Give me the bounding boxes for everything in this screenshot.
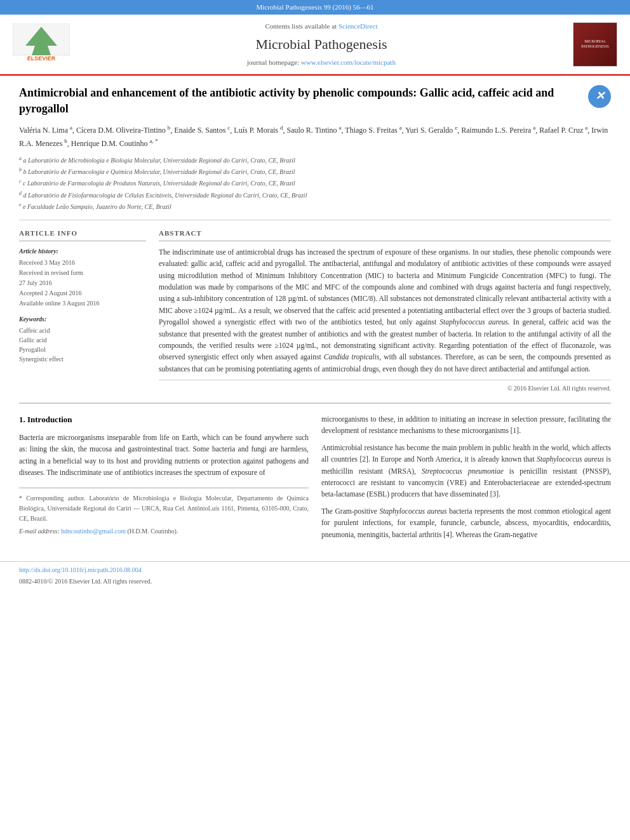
author-8: Raimundo L.S. Pereira a, (461, 126, 539, 135)
journal-header: ELSEVIER Contents lists available at Sci… (0, 15, 630, 76)
homepage-link[interactable]: www.elsevier.com/locate/micpath (301, 58, 396, 66)
history-label: Article history: (19, 246, 146, 256)
author-2: Cícera D.M. Oliveira-Tintino b, (76, 126, 174, 135)
section-number: 1. (19, 415, 25, 424)
email-note: E-mail address: hdncoutinho@gmail.com (H… (19, 526, 309, 537)
article-info-column: ARTICLE INFO Article history: Received 3… (19, 228, 146, 393)
affiliation-d: d d Laboratório de Fisiofarmacologia de … (19, 189, 611, 201)
doi-line: http://dx.doi.org/10.1016/j.micpath.2016… (19, 565, 611, 575)
copyright-line: © 2016 Elsevier Ltd. All rights reserved… (159, 380, 611, 393)
intro-right-column: microorganisms to these, in addition to … (321, 413, 611, 545)
author-5: Saulo R. Tintino a, (287, 126, 345, 135)
author-3: Enaide S. Santos c, (174, 126, 234, 135)
section-title-intro: 1. Introduction (19, 413, 309, 427)
journal-title: Microbial Pathogenesis (83, 34, 560, 55)
introduction-section: 1. Introduction Bacteria are microorgani… (19, 413, 611, 545)
author-4: Luís P. Morais d, (234, 126, 286, 135)
crossmark-button[interactable]: ✕ (588, 85, 611, 108)
doi-link[interactable]: http://dx.doi.org/10.1016/j.micpath.2016… (19, 566, 142, 573)
accepted-date: Accepted 2 August 2016 (19, 288, 146, 298)
bottom-bar: http://dx.doi.org/10.1016/j.micpath.2016… (0, 561, 630, 589)
journal-citation-bar: Microbial Pathogenesis 99 (2016) 56—61 (0, 0, 630, 15)
corresponding-author-note: * Corresponding author. Laboratório de M… (19, 493, 309, 524)
keywords-label: Keywords: (19, 314, 146, 324)
author-11: Henrique D.M. Coutinho a, * (71, 139, 158, 148)
divider-1 (19, 220, 611, 220)
email-link[interactable]: hdncoutinho@gmail.com (61, 528, 126, 535)
intro-para-2: microorganisms to these, in addition to … (321, 413, 611, 437)
divider-2 (19, 403, 611, 404)
affiliation-b: b b Laboratório de Farmacologia e Químic… (19, 166, 611, 177)
keyword-2: Gallic acid (19, 335, 146, 345)
elsevier-logo-area: ELSEVIER (13, 23, 70, 65)
issn-line: 0882-4010/© 2016 Elsevier Ltd. All right… (19, 577, 611, 586)
received-date: Received 3 May 2016 (19, 258, 146, 267)
affiliations: a a Laboratório de Microbiologia e Biolo… (19, 154, 611, 213)
author-6: Thiago S. Freitas a, (345, 126, 405, 135)
homepage-line: journal homepage: www.elsevier.com/locat… (83, 57, 560, 68)
keyword-1: Caffeic acid (19, 326, 146, 335)
author-9: Rafael P. Cruz a, (539, 126, 591, 135)
intro-left-column: 1. Introduction Bacteria are microorgani… (19, 413, 309, 545)
authors-line: Valéria N. Lima a, Cícera D.M. Oliveira-… (19, 123, 611, 150)
affiliation-a: a a Laboratório de Microbiologia e Biolo… (19, 154, 611, 166)
article-history-block: Article history: Received 3 May 2016 Rec… (19, 246, 146, 308)
intro-para-4: The Gram-positive Staphylococcus aureus … (321, 505, 611, 540)
affiliation-e: e e Faculdade Leão Sampaio, Juazeiro do … (19, 201, 611, 212)
article-info-header: ARTICLE INFO (19, 228, 146, 241)
keyword-3: Pyrogallol (19, 345, 146, 354)
keywords-block: Keywords: Caffeic acid Gallic acid Pyrog… (19, 314, 146, 364)
microbial-logo-box: MICROBIAL PATHOGENESIS (573, 22, 617, 67)
microbial-pathogenesis-logo: MICROBIAL PATHOGENESIS (573, 22, 617, 67)
abstract-text: The indiscriminate use of antimicrobial … (159, 246, 611, 375)
info-abstract-section: ARTICLE INFO Article history: Received 3… (19, 228, 611, 393)
intro-para-3: Antimicrobial resistance has become the … (321, 442, 611, 500)
svg-text:ELSEVIER: ELSEVIER (27, 55, 56, 62)
journal-center: Contents lists available at ScienceDirec… (83, 21, 560, 68)
intro-para-1: Bacteria are microorganisms inseparable … (19, 432, 309, 479)
sciencedirect-link[interactable]: ScienceDirect (338, 22, 378, 30)
author-1: Valéria N. Lima a, (19, 126, 76, 135)
affiliation-c: c c Laboratório de Farmacologia de Produ… (19, 177, 611, 189)
article-container: Antimicrobial and enhancement of the ant… (0, 76, 630, 556)
available-date: Available online 3 August 2016 (19, 298, 146, 308)
abstract-header: ABSTRACT (159, 228, 611, 241)
sciencedirect-line: Contents lists available at ScienceDirec… (83, 21, 560, 32)
revised-date: 27 July 2016 (19, 278, 146, 288)
footnote-section: * Corresponding author. Laboratório de M… (19, 488, 309, 537)
article-title-section: Antimicrobial and enhancement of the ant… (19, 85, 611, 117)
author-7: Yuri S. Geraldo e, (405, 126, 461, 135)
article-title: Antimicrobial and enhancement of the ant… (19, 85, 588, 117)
revised-label: Received in revised form (19, 268, 146, 277)
section-label: Introduction (27, 415, 72, 424)
elsevier-logo-svg: ELSEVIER (13, 23, 70, 62)
keyword-4: Synergistic effect (19, 354, 146, 364)
abstract-column: ABSTRACT The indiscriminate use of antim… (159, 228, 611, 393)
journal-citation: Microbial Pathogenesis 99 (2016) 56—61 (256, 3, 373, 11)
crossmark-icon: ✕ (595, 88, 605, 105)
